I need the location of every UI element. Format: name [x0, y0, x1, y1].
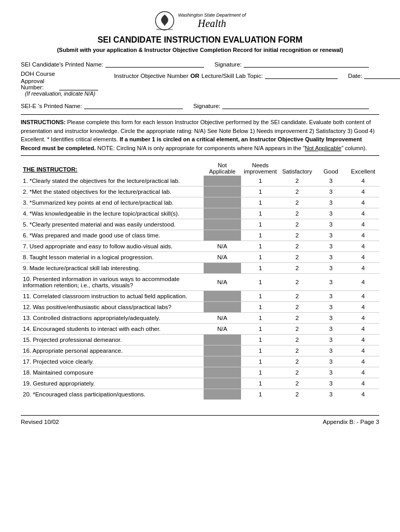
excellent-score: 4 [347, 324, 379, 335]
excellent-score: 4 [347, 197, 379, 208]
good-score: 3 [315, 263, 347, 274]
satisfactory-score: 2 [279, 324, 315, 335]
table-row: 20. *Encouraged class participation/ques… [21, 389, 379, 400]
item-text: 3. *Summarized key points at end of lect… [21, 197, 204, 208]
svg-text:Washington State: Washington State [156, 28, 173, 31]
good-score: 3 [315, 378, 347, 389]
needs-improvement-score: 1 [241, 389, 279, 400]
excellent-score: 4 [347, 389, 379, 400]
item-text: 2. *Met the stated objectives for the le… [21, 187, 204, 197]
form-subtitle: (Submit with your application & Instruct… [21, 47, 379, 53]
satisfactory-score: 2 [279, 263, 315, 274]
na-cell [204, 263, 241, 274]
needs-improvement-score: 1 [241, 378, 279, 389]
excellent-score: 4 [347, 356, 379, 367]
table-row: 16. Appropriate personal appearance.1234 [21, 345, 379, 356]
item-text: 19. Gestured appropriately. [21, 378, 204, 389]
satisfactory-score: 2 [279, 367, 315, 378]
instructions-label: INSTRUCTIONS: [21, 119, 65, 125]
approval-number-label: Approval Number: [21, 78, 57, 90]
instructions-text2: NOTE: Circling N/A is only appropriate f… [96, 145, 305, 151]
table-row: 12. Was positive/enthusiastic about clas… [21, 302, 379, 313]
needs-improvement-score: 1 [241, 187, 279, 197]
date-field[interactable] [364, 71, 400, 79]
good-score: 3 [315, 302, 347, 313]
satisfactory-score: 2 [279, 389, 315, 400]
good-score: 3 [315, 197, 347, 208]
table-row: 15. Projected professional demeanor.1234 [21, 335, 379, 345]
table-row: 10. Presented information in various way… [21, 274, 379, 291]
satisfactory-score: 2 [279, 313, 315, 324]
seie-name-field[interactable] [84, 101, 183, 109]
approval-number-field[interactable] [59, 82, 98, 90]
na-cell [204, 208, 241, 219]
table-row: 9. Made lecture/practical skill lab inte… [21, 263, 379, 274]
logo: Washington State Washington State Depart… [21, 10, 379, 31]
excellent-score: 4 [347, 219, 379, 230]
doh-row: DOH Course Approval Number: (If reevalua… [21, 71, 379, 97]
signature-label: Signature: [215, 61, 242, 68]
excellent-score: 4 [347, 230, 379, 241]
needs-improvement-score: 1 [241, 313, 279, 324]
footer-revised: Revised 10/02 [21, 419, 59, 425]
footer: Revised 10/02 Appendix B: - Page 3 [21, 415, 379, 425]
needs-improvement-score: 1 [241, 252, 279, 263]
item-text: 6. *Was prepared and made good use of cl… [21, 230, 204, 241]
na-cell [204, 389, 241, 400]
candidate-name-field[interactable] [105, 59, 204, 68]
item-text: 17. Projected voice clearly. [21, 356, 204, 367]
excellent-score: 4 [347, 313, 379, 324]
good-score: 3 [315, 389, 347, 400]
needs-improvement-score: 1 [241, 230, 279, 241]
needs-improvement-score: 1 [241, 241, 279, 252]
item-text: 16. Appropriate personal appearance. [21, 345, 204, 356]
needs-improvement-score: 1 [241, 263, 279, 274]
na-cell: N/A [204, 274, 241, 291]
good-score: 3 [315, 187, 347, 197]
good-score: 3 [315, 324, 347, 335]
item-text: 8. Taught lesson material in a logical p… [21, 252, 204, 263]
excellent-score: 4 [347, 263, 379, 274]
signature-field[interactable] [244, 59, 369, 68]
table-row: 13. Controlled distractions appropriatel… [21, 313, 379, 324]
item-text: 14. Encouraged students to interact with… [21, 324, 204, 335]
lecture-skill-field[interactable] [265, 71, 338, 79]
needs-improvement-score: 1 [241, 208, 279, 219]
lecture-skill-label: Lecture/Skill Lab Topic: [202, 73, 263, 79]
good-score: 3 [315, 356, 347, 367]
table-row: 7. Used appropriate and easy to follow a… [21, 241, 379, 252]
item-text: 20. *Encouraged class participation/ques… [21, 389, 204, 400]
doh-course-label: DOH Course [21, 71, 109, 77]
na-cell [204, 230, 241, 241]
form-title: SEI CANDIDATE INSTRUCTION EVALUATION FOR… [21, 35, 379, 45]
item-text: 4. *Was knowledgeable in the lecture top… [21, 208, 204, 219]
table-row: 11. Correlated classroom instruction to … [21, 291, 379, 302]
table-row: 4. *Was knowledgeable in the lecture top… [21, 208, 379, 219]
item-text: 15. Projected professional demeanor. [21, 335, 204, 345]
good-score: 3 [315, 241, 347, 252]
good-score: 3 [315, 291, 347, 302]
na-cell [204, 302, 241, 313]
satisfactory-score: 2 [279, 356, 315, 367]
seie-signature-field[interactable] [222, 101, 369, 109]
item-text: 12. Was positive/enthusiastic about clas… [21, 302, 204, 313]
header-instructor: THE INSTRUCTOR: [21, 161, 204, 176]
na-cell [204, 219, 241, 230]
good-score: 3 [315, 313, 347, 324]
excellent-score: 4 [347, 345, 379, 356]
na-cell [204, 367, 241, 378]
good-score: 3 [315, 230, 347, 241]
excellent-score: 4 [347, 241, 379, 252]
satisfactory-score: 2 [279, 335, 315, 345]
table-row: 2. *Met the stated objectives for the le… [21, 187, 379, 197]
table-row: 14. Encouraged students to interact with… [21, 324, 379, 335]
satisfactory-score: 2 [279, 252, 315, 263]
table-row: 8. Taught lesson material in a logical p… [21, 252, 379, 263]
na-cell: N/A [204, 241, 241, 252]
item-text: 5. *Clearly presented material and was e… [21, 219, 204, 230]
date-label: Date: [348, 73, 363, 79]
table-row: 3. *Summarized key points at end of lect… [21, 197, 379, 208]
instructions-block: INSTRUCTIONS: Please complete this form … [21, 114, 379, 156]
good-score: 3 [315, 219, 347, 230]
na-cell [204, 291, 241, 302]
